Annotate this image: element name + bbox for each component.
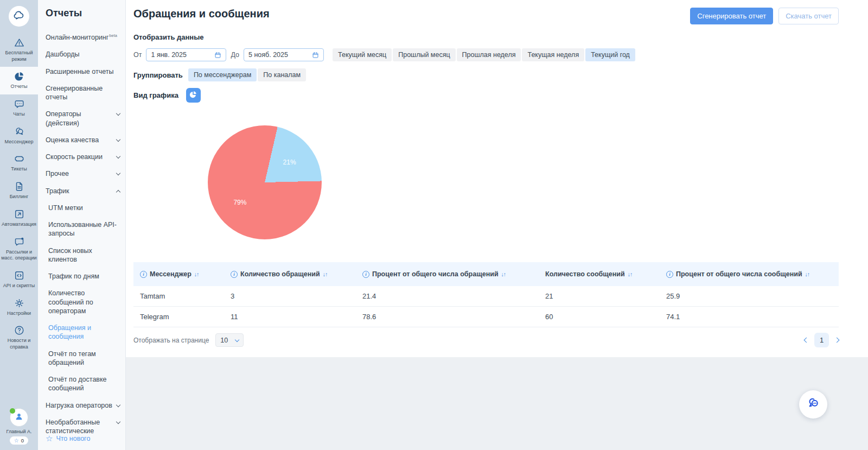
rail-item-billing[interactable]: Биллинг — [0, 177, 38, 205]
rail-item-news[interactable]: Новости и справка — [0, 321, 38, 354]
support-chat-button[interactable] — [799, 390, 827, 419]
sidebar-item-label: Оценка качества — [46, 136, 99, 144]
logo-chat-cloud-icon — [12, 9, 25, 24]
sort-icon: ↓↑ — [323, 271, 328, 277]
sidebar-item[interactable]: Обращения и сообщения — [46, 324, 125, 341]
sidebar-item[interactable]: Сгенерированные отчеты — [46, 84, 125, 102]
pie-chart-type-button[interactable] — [186, 88, 201, 103]
rail-item-label: Автоматизация — [2, 221, 36, 228]
pie-chart[interactable] — [208, 125, 322, 239]
sidebar-item[interactable]: Отчёт по доставке сообщений — [46, 375, 125, 393]
chevron-down-icon — [116, 137, 120, 142]
chevron-down-icon — [116, 402, 120, 407]
rail-item-label: Биллинг — [10, 194, 29, 200]
date-from-input[interactable]: 1 янв. 2025 — [146, 48, 226, 61]
whats-new-link[interactable]: ☆ Что нового — [46, 434, 125, 442]
table-body: Tamtam321.42125.9Telegram1178.66074.1 — [133, 286, 839, 327]
sidebar-item[interactable]: Скорость реакции — [46, 153, 125, 161]
date-to-input[interactable]: 5 нояб. 2025 — [244, 48, 324, 61]
user-avatar[interactable] — [10, 408, 28, 427]
rail-item-automation[interactable]: Автоматизация — [0, 205, 38, 232]
sidebar-item-label: Список новых клиентов — [48, 246, 120, 264]
column-header[interactable]: iПроцент от общего числа обращений↓↑ — [356, 266, 539, 282]
rail-item-label: Отчеты — [10, 84, 27, 90]
rail-item-messenger[interactable]: Мессенджер — [0, 122, 38, 150]
sidebar-item[interactable]: Список новых клиентов — [46, 246, 125, 264]
chevron-down-icon — [116, 171, 120, 175]
rail-item-label: Настройки — [7, 310, 31, 317]
sidebar-item[interactable]: Операторы (действия) — [46, 110, 125, 128]
table-cell: 3 — [224, 286, 356, 306]
calendar-icon — [312, 52, 319, 59]
quick-range-chip[interactable]: Текущий год — [585, 48, 635, 61]
column-label: Процент от общего числа обращений — [372, 270, 499, 278]
rail-item-free-mode[interactable]: Бесплатный режим — [0, 33, 38, 67]
table-row[interactable]: Telegram1178.66074.1 — [133, 307, 839, 327]
sidebar-item[interactable]: Необработанные статистические данные — [46, 418, 125, 434]
rail-item-reports[interactable]: Отчеты — [0, 67, 38, 94]
column-header[interactable]: iМессенджер↓↑ — [133, 266, 224, 282]
sidebar-item[interactable]: Дашборды — [46, 50, 125, 59]
current-page-button[interactable]: 1 — [814, 333, 829, 347]
table-header-row: iМессенджер↓↑iКоличество обращений↓↑iПро… — [133, 262, 839, 286]
to-label: До — [231, 51, 239, 59]
table-row[interactable]: Tamtam321.42125.9 — [133, 286, 839, 307]
quick-range-chip[interactable]: Текущая неделя — [522, 48, 584, 61]
user-score-badge[interactable]: ☆ 0 — [10, 436, 28, 445]
chart-view-label: Вид графика — [133, 91, 178, 99]
column-header[interactable]: iКоличество обращений↓↑ — [224, 266, 356, 282]
quick-range-chip[interactable]: Прошлый месяц — [393, 48, 455, 61]
date-to-value: 5 нояб. 2025 — [248, 51, 288, 59]
column-header[interactable]: Количество сообщений↓↑ — [539, 266, 660, 282]
sidebar-item-label: Необработанные статистические данные — [46, 418, 113, 434]
group-option-chip[interactable]: По каналам — [258, 68, 306, 81]
sidebar-item[interactable]: Трафик по дням — [46, 272, 125, 281]
sidebar-item[interactable]: Использованные API-запросы — [46, 220, 125, 238]
table-cell: 60 — [539, 307, 660, 327]
quick-range-chip[interactable]: Прошлая неделя — [457, 48, 521, 61]
sidebar-item[interactable]: Расширенные отчеты — [46, 67, 125, 76]
online-status-dot — [10, 408, 15, 414]
sidebar-item[interactable]: Нагрузка операторов — [46, 401, 125, 410]
sidebar-item[interactable]: Прочее — [46, 169, 125, 178]
download-report-button[interactable]: Скачать отчет — [778, 8, 839, 24]
prev-page-button[interactable] — [804, 338, 809, 343]
sidebar-item-label: Прочее — [46, 169, 69, 178]
ticket-icon — [14, 153, 25, 164]
sidebar-menu: Онлайн-мониторингbetaДашбордыРасширенные… — [46, 33, 125, 434]
document-icon — [14, 181, 25, 192]
group-option-chip[interactable]: По мессенджерам — [188, 68, 257, 81]
group-row: Группировать По мессенджерамПо каналам — [133, 68, 839, 81]
chevron-down-icon — [116, 111, 120, 116]
per-page-value: 10 — [220, 337, 228, 344]
quick-range-chip[interactable]: Текущий месяц — [333, 48, 392, 61]
help-icon — [14, 325, 25, 336]
sidebar-item-label: Сгенерированные отчеты — [46, 84, 120, 102]
app-logo[interactable] — [9, 6, 29, 27]
sidebar-item[interactable]: Онлайн-мониторингbeta — [46, 33, 125, 42]
sidebar-item[interactable]: UTM метки — [46, 204, 125, 212]
pie-chart-container: 21%79% — [208, 125, 322, 239]
rail-item-tickets[interactable]: Тикеты — [0, 149, 38, 177]
rail-item-label: API и скрипты — [3, 283, 35, 289]
topbar-actions: Сгенерировать отчет Скачать отчет — [690, 8, 839, 24]
rail-item-label: Мессенджер — [5, 139, 34, 145]
sidebar-item[interactable]: Отчёт по тегам обращений — [46, 350, 125, 367]
per-page-select[interactable]: 10 — [215, 333, 244, 347]
date-from-value: 1 янв. 2025 — [151, 51, 187, 59]
chart-view-row: Вид графика — [133, 88, 839, 103]
column-header[interactable]: iПроцент от общего числа сообщений↓↑ — [660, 266, 839, 282]
sidebar-item[interactable]: Оценка качества — [46, 136, 125, 144]
rail-item-chats[interactable]: Чаты — [0, 94, 38, 122]
sidebar-item[interactable]: Трафик — [46, 187, 125, 195]
pagination: Отображать на странице 10 1 — [133, 333, 839, 350]
code-icon — [14, 270, 25, 281]
generate-report-button[interactable]: Сгенерировать отчет — [690, 8, 773, 24]
sidebar-item[interactable]: Количество сообщений по операторам — [46, 289, 125, 315]
rail-item-settings[interactable]: Настройки — [0, 294, 38, 321]
warning-icon — [14, 37, 25, 48]
rail-item-api[interactable]: API и скрипты — [0, 266, 38, 294]
next-page-button[interactable] — [834, 338, 840, 343]
chevron-down-icon — [235, 337, 239, 341]
rail-item-broadcasts[interactable]: Рассылки и масс. операции — [0, 232, 38, 266]
